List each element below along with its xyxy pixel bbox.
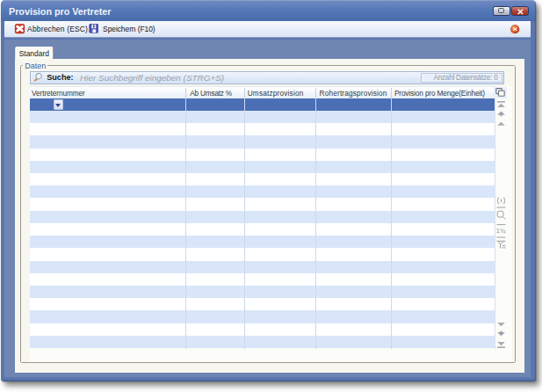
svg-text:1¾: 1¾ <box>495 227 505 235</box>
